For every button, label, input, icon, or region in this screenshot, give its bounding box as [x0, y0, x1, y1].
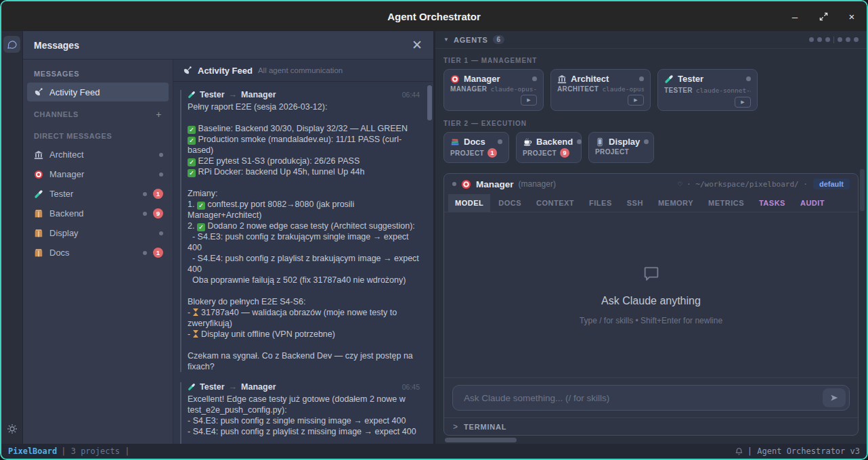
status-dot: [143, 212, 147, 216]
tab-docs[interactable]: DOCS: [492, 194, 528, 212]
feed-scroll-area[interactable]: Tester → Manager 06:44 Pełny raport E2E …: [173, 82, 433, 444]
message-to: Manager: [241, 90, 276, 99]
add-channel-button[interactable]: +: [156, 109, 162, 120]
agent-role: MANAGER: [450, 85, 487, 93]
workspace-path: ♡ · ~/workspace/pixelboard/ ·: [678, 180, 808, 189]
agent-card-backend[interactable]: Backend PROJECT 9: [516, 132, 582, 163]
statusbar: PixelBoard | 3 projects | | Agent Orches…: [1, 444, 867, 459]
send-icon: [829, 393, 839, 402]
agent-model: claude-opus-4-6: [602, 85, 644, 93]
sidebar-item-manager[interactable]: Manager: [23, 164, 173, 184]
sidebar-item-display[interactable]: Display: [23, 223, 173, 243]
agent-card-tester[interactable]: Tester TESTER claude-sonnet-4-6 1 ▶: [657, 69, 758, 111]
package-icon: [34, 248, 43, 258]
detail-agent-role: (manager): [519, 179, 556, 189]
tab-context[interactable]: CONTEXT: [529, 194, 581, 212]
test-tube-icon: [188, 91, 196, 99]
tab-tasks[interactable]: TASKS: [752, 194, 792, 212]
gear-icon: [7, 423, 18, 434]
minimize-button[interactable]: –: [789, 11, 800, 22]
window-controls: – ×: [789, 1, 857, 31]
unread-badge: 9: [153, 208, 163, 218]
agent-role: PROJECT: [595, 148, 629, 156]
message: Tester → Manager 06:44 Pełny raport E2E …: [180, 90, 420, 372]
empty-state-title: Ask Claude anything: [601, 295, 701, 307]
app-window: Agent Orchestrator – × Messages ✕: [0, 0, 868, 460]
dm-name: Display: [49, 228, 153, 238]
tab-files[interactable]: FILES: [582, 194, 619, 212]
agent-card-docs[interactable]: Docs PROJECT 1: [443, 132, 509, 163]
status-dot: [143, 192, 147, 196]
agent-name: Architect: [571, 74, 609, 84]
send-button[interactable]: [823, 388, 846, 407]
run-agent-button[interactable]: ▶: [521, 95, 537, 106]
status-dot: [639, 76, 644, 81]
sidebar-item-docs[interactable]: Docs 1: [23, 243, 173, 262]
close-button[interactable]: ×: [846, 11, 857, 22]
vertical-scrollbar[interactable]: [860, 169, 865, 211]
dm-name: Docs: [49, 248, 137, 258]
messages-section-label: MESSAGES: [23, 62, 173, 83]
detail-tabs: MODEL DOCS CONTEXT FILES SSH MEMORY METR…: [444, 194, 858, 212]
unread-badge: 1: [153, 189, 163, 199]
satellite-icon: [34, 87, 43, 97]
maximize-icon: [819, 12, 828, 21]
status-dot: [452, 182, 456, 186]
agents-panel: ▼ AGENTS 6 TIER 1 — MANAGEMENT: [435, 31, 867, 444]
titlebar: Agent Orchestrator – ×: [1, 1, 867, 31]
horizontal-scrollbar[interactable]: [443, 437, 859, 444]
unread-badge: 1: [153, 248, 163, 258]
message-body: Excellent! Edge case testy już gotowe (d…: [188, 394, 420, 444]
tier1-cards: Manager MANAGER claude-opus-4-6 ▶: [443, 69, 859, 111]
package-icon: [34, 209, 43, 218]
message-to: Manager: [241, 382, 276, 392]
message: Tester → Manager 06:45 Excellent! Edge c…: [180, 382, 420, 444]
run-agent-button[interactable]: ▶: [735, 97, 751, 108]
tab-ssh[interactable]: SSH: [620, 194, 650, 212]
unread-badge: 1: [487, 148, 497, 158]
agent-card-manager[interactable]: Manager MANAGER claude-opus-4-6 ▶: [443, 69, 544, 111]
statusbar-app-name: PixelBoard: [8, 446, 57, 456]
agent-card-architect[interactable]: Architect ARCHITECT claude-opus-4-6 ▶: [550, 69, 651, 111]
tab-metrics[interactable]: METRICS: [701, 194, 751, 212]
detail-agent-name: Manager: [476, 179, 514, 189]
messages-panel-header: Messages ✕: [23, 31, 433, 60]
agent-detail-panel: Manager (manager) ♡ · ~/workspace/pixelb…: [443, 173, 859, 436]
phone-icon: [595, 137, 605, 147]
profile-chip[interactable]: default: [813, 179, 850, 189]
terminal-toggle[interactable]: > TERMINAL: [444, 417, 858, 435]
sidebar-item-tester[interactable]: Tester 1: [23, 184, 173, 204]
tab-memory[interactable]: MEMORY: [651, 194, 700, 212]
status-dot: [159, 231, 163, 235]
run-agent-button[interactable]: ▶: [628, 95, 644, 106]
chat-input-row: [444, 377, 858, 417]
close-messages-button[interactable]: ✕: [412, 39, 422, 51]
feed-title: Activity Feed: [198, 66, 253, 76]
agent-card-display[interactable]: Display PROJECT: [588, 132, 654, 163]
sidebar-item-backend[interactable]: Backend 9: [23, 204, 173, 223]
message-body: Pełny raport E2E (sesja 2026-03-12): ✓ B…: [188, 101, 420, 372]
agent-model: claude-opus-4-6: [490, 85, 537, 93]
sidebar-item-activity-feed[interactable]: Activity Feed: [27, 83, 169, 101]
tab-model[interactable]: MODEL: [448, 194, 490, 212]
tab-audit[interactable]: AUDIT: [794, 194, 831, 212]
messages-panel: Messages ✕ MESSAGES Activity Feed CHANNE…: [23, 31, 433, 444]
chat-input[interactable]: [462, 392, 823, 404]
maximize-button[interactable]: [818, 11, 829, 22]
play-icon: ▶: [527, 97, 530, 103]
status-dot: [159, 153, 163, 157]
agents-header[interactable]: ▼ AGENTS 6: [435, 31, 867, 49]
target-icon: [450, 74, 460, 84]
chevron-down-icon: ▼: [443, 37, 449, 43]
agents-title: AGENTS: [454, 36, 488, 44]
channels-label: CHANNELS: [34, 110, 79, 118]
rail-settings-button[interactable]: [7, 423, 18, 437]
sidebar-item-architect[interactable]: Architect: [23, 145, 173, 164]
play-icon: ▶: [634, 97, 637, 103]
package-icon: [34, 229, 43, 238]
rail-messages-button[interactable]: [3, 36, 20, 53]
feed-scrollbar[interactable]: [427, 85, 432, 120]
bell-icon[interactable]: [735, 447, 743, 456]
tier2-label: TIER 2 — EXECUTION: [443, 120, 859, 127]
classical-building-icon: [34, 150, 43, 160]
